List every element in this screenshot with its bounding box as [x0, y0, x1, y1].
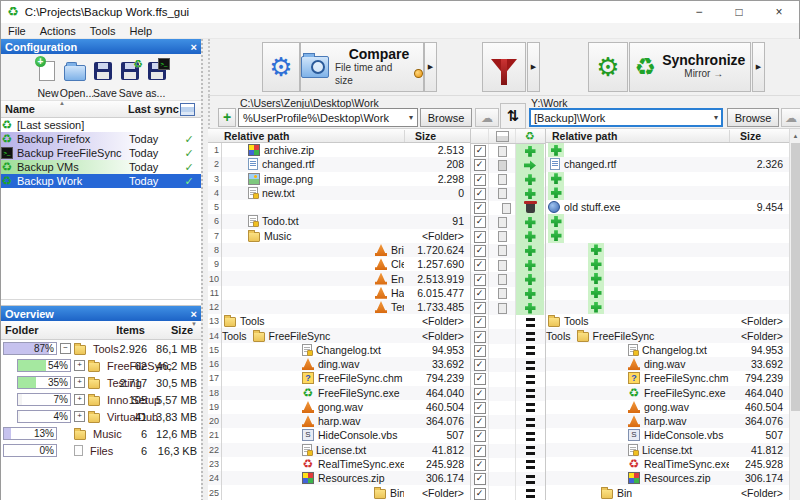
action-row[interactable]: ✓ — [471, 158, 545, 172]
include-checkbox[interactable]: ✓ — [474, 488, 486, 500]
config-row[interactable]: ♻[Last session] — [1, 118, 201, 132]
config-row[interactable]: ♻Backup FirefoxToday✓ — [1, 132, 201, 146]
file-row[interactable]: 13Tools<Folder> — [208, 314, 470, 328]
file-row[interactable]: ding.wav33.692 — [546, 357, 789, 371]
include-checkbox[interactable]: ✓ — [474, 245, 486, 257]
file-row[interactable] — [546, 229, 789, 243]
sync-settings-button[interactable]: ⚙ — [588, 42, 628, 92]
file-row[interactable]: 21SHideConsole.vbs507 — [208, 428, 470, 442]
file-row[interactable]: 19gong.wav460.504 — [208, 400, 470, 414]
file-row[interactable]: 11Happy-electronic-music.mp36.015.477 — [208, 286, 470, 300]
file-row[interactable]: 10Energy.mp32.513.919 — [208, 271, 470, 285]
overview-header[interactable]: Folder Items Size ▼ — [1, 321, 201, 340]
action-row[interactable]: ✓ — [471, 344, 545, 358]
file-row[interactable]: 15Changelog.txt94.953 — [208, 343, 470, 357]
include-checkbox[interactable]: ✓ — [474, 359, 486, 371]
file-row[interactable] — [546, 214, 789, 228]
expand-icon[interactable]: + — [74, 411, 85, 422]
file-row[interactable]: gong.wav460.504 — [546, 400, 789, 414]
column-items[interactable]: Items — [116, 324, 145, 336]
add-folder-pair-button[interactable]: + — [218, 108, 236, 127]
action-row[interactable]: ✓ — [471, 329, 545, 343]
include-checkbox[interactable]: ✓ — [474, 459, 486, 471]
file-row[interactable]: 7Music<Folder> — [208, 229, 470, 243]
configuration-close-icon[interactable]: × — [191, 41, 197, 53]
new-config-button[interactable] — [34, 57, 60, 85]
include-checkbox[interactable]: ✓ — [474, 259, 486, 271]
file-row[interactable] — [546, 143, 789, 157]
scrollbar-thumb[interactable] — [791, 143, 800, 411]
action-row[interactable]: ✓ — [471, 358, 545, 372]
action-cell[interactable] — [515, 158, 544, 172]
file-row[interactable]: 24Resources.zip306.174 — [208, 471, 470, 485]
vertical-scrollbar[interactable]: ▲ — [789, 129, 800, 500]
action-cell[interactable] — [515, 258, 544, 272]
overview-row[interactable]: 54%+FreeFileSync6246,2 MB — [1, 357, 201, 374]
file-row[interactable] — [546, 186, 789, 200]
action-cell[interactable] — [515, 187, 544, 201]
file-row[interactable]: old stuff.exe9.454 — [546, 200, 789, 214]
include-checkbox[interactable]: ✓ — [474, 288, 486, 300]
file-row[interactable] — [546, 300, 789, 314]
save-as-sync-button[interactable]: ♻ — [117, 57, 143, 85]
filter-button[interactable] — [482, 42, 526, 92]
action-row[interactable]: ✓ — [471, 472, 545, 486]
save-config-button[interactable] — [90, 57, 116, 85]
action-cell[interactable] — [515, 429, 544, 443]
file-row[interactable]: Resources.zip306.174 — [546, 471, 789, 485]
file-row[interactable]: Tools<Folder> — [546, 314, 789, 328]
action-cell[interactable] — [515, 444, 544, 458]
include-checkbox[interactable]: ✓ — [474, 274, 486, 286]
right-cloud-button[interactable]: ☁ — [781, 108, 800, 127]
action-row[interactable]: ✓ — [471, 187, 545, 201]
collapse-icon[interactable]: − — [60, 343, 71, 354]
action-cell[interactable] — [515, 230, 544, 244]
action-cell[interactable] — [515, 372, 544, 386]
file-row[interactable]: 14ToolsFreeFileSync<Folder> — [208, 328, 470, 342]
file-row[interactable]: 22License.txt41.812 — [208, 443, 470, 457]
left-grid-header[interactable]: Relative path Size — [208, 129, 470, 143]
include-checkbox[interactable]: ✓ — [474, 445, 486, 457]
column-relative-path[interactable]: Relative path — [546, 130, 729, 142]
action-cell[interactable] — [515, 415, 544, 429]
file-row[interactable]: License.txt41.812 — [546, 443, 789, 457]
file-row[interactable]: harp.wav364.076 — [546, 414, 789, 428]
compare-dropdown-button[interactable]: ▶ — [424, 42, 437, 92]
checkbox-column-header[interactable] — [471, 129, 488, 143]
action-cell[interactable] — [515, 315, 544, 329]
action-row[interactable]: ✓ — [471, 401, 545, 415]
config-row[interactable]: ♻Backup WorkToday✓ — [1, 174, 201, 188]
action-cell[interactable] — [515, 329, 544, 343]
file-row[interactable] — [546, 271, 789, 285]
file-row[interactable]: 6Todo.txt91 — [208, 214, 470, 228]
action-cell[interactable] — [515, 215, 544, 229]
column-settings-icon[interactable] — [180, 103, 195, 116]
left-cloud-button[interactable]: ☁ — [475, 108, 499, 127]
file-row[interactable] — [546, 286, 789, 300]
overview-row[interactable]: 0%+Files616,3 KB — [1, 442, 201, 459]
action-cell[interactable] — [515, 472, 544, 486]
include-checkbox[interactable]: ✓ — [474, 159, 486, 171]
action-row[interactable]: ✓ — [471, 415, 545, 429]
right-browse-button[interactable]: Browse — [727, 108, 779, 127]
overview-close-icon[interactable]: × — [191, 308, 197, 320]
include-checkbox[interactable]: ✓ — [474, 345, 486, 357]
overview-row[interactable]: 13%+Music612,6 MB — [1, 425, 201, 442]
file-row[interactable]: 12Tenderness.mp31.733.485 — [208, 300, 470, 314]
action-cell[interactable] — [515, 272, 544, 286]
synchronize-dropdown-button[interactable]: ▶ — [752, 42, 765, 92]
action-row[interactable]: ✓ — [471, 315, 545, 329]
column-folder[interactable]: Folder — [5, 324, 39, 336]
file-row[interactable]: ♻FreeFileSync.exe464.040 — [546, 386, 789, 400]
column-name[interactable]: Name — [5, 103, 35, 115]
file-row[interactable]: 9Clearday.mp31.257.690 — [208, 257, 470, 271]
action-column-header[interactable]: ♻ — [515, 129, 544, 143]
menu-actions[interactable]: Actions — [33, 25, 83, 37]
comparison-settings-button[interactable]: ⚙ — [262, 42, 300, 92]
include-checkbox[interactable]: ✓ — [474, 216, 486, 228]
include-checkbox[interactable]: ✓ — [474, 331, 486, 343]
expand-icon[interactable]: + — [74, 394, 85, 405]
file-row[interactable]: 16ding.wav33.692 — [208, 357, 470, 371]
file-row[interactable]: 23♻RealTimeSync.exe245.928 — [208, 457, 470, 471]
column-relative-path[interactable]: Relative path — [208, 130, 404, 142]
